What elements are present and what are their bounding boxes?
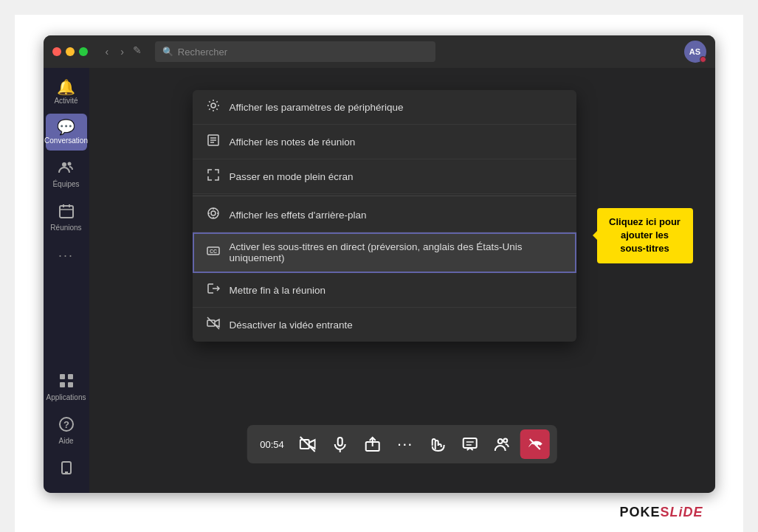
chat-toolbar-button[interactable] <box>455 429 485 459</box>
context-menu: Afficher les paramètres de périphérique <box>193 90 576 342</box>
minimize-button[interactable] <box>66 47 75 56</box>
menu-label-arriere-plan: Afficher les effets d'arrière-plan <box>230 210 367 221</box>
sidebar-item-activite[interactable]: 🔔 Activité <box>46 74 87 111</box>
svg-rect-7 <box>68 374 73 379</box>
brand-s: S <box>660 505 669 519</box>
notes-icon <box>206 134 221 150</box>
callout-text: Cliquez ici pour ajouter les sous-titres <box>609 216 681 254</box>
sidebar-item-equipes[interactable]: Équipes <box>46 153 87 194</box>
menu-item-plein-ecran[interactable]: Passer en mode plein écran <box>193 159 576 194</box>
traffic-lights <box>52 47 88 56</box>
svg-rect-32 <box>338 438 342 446</box>
svg-rect-36 <box>464 438 477 448</box>
svg-text:?: ? <box>63 419 69 430</box>
sidebar-item-conversation[interactable]: 💬 Conversation <box>46 114 87 151</box>
svg-rect-8 <box>60 382 65 387</box>
svg-point-19 <box>208 208 218 218</box>
participants-button[interactable] <box>488 429 517 459</box>
search-bar[interactable]: 🔍 Rechercher <box>155 41 435 62</box>
nav-back-button[interactable]: ‹ <box>101 44 114 59</box>
brand-footer: POKESLiDE <box>44 499 715 526</box>
menu-label-notes: Afficher les notes de réunion <box>230 137 356 148</box>
brand-name: POKESLiDE <box>619 505 703 520</box>
maximize-button[interactable] <box>79 47 88 56</box>
app-window: ‹ › ✎ 🔍 Rechercher AS 🔔 Activité <box>44 35 715 493</box>
calendar-icon <box>58 203 75 221</box>
menu-item-sous-titres[interactable]: CC Activer les sous-titres en direct (pr… <box>193 232 576 273</box>
outer-wrapper: ‹ › ✎ 🔍 Rechercher AS 🔔 Activité <box>15 15 743 532</box>
raise-hand-button[interactable] <box>423 429 452 459</box>
sidebar: 🔔 Activité 💬 Conversation <box>44 68 89 493</box>
fullscreen-icon <box>206 168 221 184</box>
teams-icon <box>58 159 75 178</box>
menu-label-sous-titres: Activer les sous-titres en direct (préve… <box>230 241 563 263</box>
menu-label-plein-ecran: Passer en mode plein écran <box>230 171 354 182</box>
menu-item-peripherique[interactable]: Afficher les paramètres de périphérique <box>193 90 576 125</box>
end-call-button[interactable] <box>520 429 550 459</box>
sidebar-item-reunions[interactable]: Réunions <box>46 197 87 238</box>
captions-icon: CC <box>206 244 221 260</box>
avatar-initials: AS <box>689 47 700 56</box>
nav-forward-button[interactable]: › <box>116 44 128 59</box>
svg-point-1 <box>67 162 71 166</box>
menu-label-peripherique: Afficher les paramètres de périphérique <box>230 102 404 113</box>
leave-icon <box>206 282 221 298</box>
menu-divider <box>193 196 576 196</box>
menu-item-fin-reunion[interactable]: Mettre fin à la réunion <box>193 273 576 308</box>
device-icon <box>58 460 75 478</box>
device-button[interactable] <box>46 454 87 484</box>
apps-icon <box>58 373 75 391</box>
video-toggle-button[interactable] <box>293 429 323 459</box>
title-bar: ‹ › ✎ 🔍 Rechercher AS <box>44 35 715 68</box>
mute-button[interactable] <box>325 429 355 459</box>
disable-video-icon <box>206 317 221 333</box>
sidebar-item-aide[interactable]: ? Aide <box>46 410 87 451</box>
sidebar-label-equipes: Équipes <box>52 180 79 188</box>
gear-icon <box>206 99 221 115</box>
call-timer: 00:54 <box>254 439 290 450</box>
menu-item-notes[interactable]: Afficher les notes de réunion <box>193 125 576 159</box>
svg-point-20 <box>211 211 216 215</box>
svg-text:CC: CC <box>210 249 217 254</box>
brand-poke: POKE <box>619 505 660 519</box>
svg-point-0 <box>62 162 66 167</box>
svg-rect-6 <box>60 374 65 379</box>
more-options-button[interactable]: ··· <box>51 241 81 271</box>
sidebar-item-applications[interactable]: Applications <box>46 367 87 407</box>
menu-item-desactiver-video[interactable]: Désactiver la vidéo entrante <box>193 308 576 342</box>
sidebar-label-reunions: Réunions <box>50 224 81 232</box>
chat-icon: 💬 <box>57 120 75 134</box>
help-icon: ? <box>58 416 75 435</box>
svg-rect-9 <box>68 382 73 387</box>
avatar-status-dot <box>700 56 706 63</box>
svg-point-14 <box>211 103 216 108</box>
svg-point-40 <box>503 439 507 443</box>
menu-label-fin-reunion: Mettre fin à la réunion <box>230 285 326 296</box>
sidebar-label-aide: Aide <box>58 437 73 445</box>
main-area: 🔔 Activité 💬 Conversation <box>44 68 715 493</box>
menu-label-desactiver-video: Désactiver la vidéo entrante <box>230 319 353 331</box>
sidebar-label-applications: Applications <box>46 393 86 401</box>
svg-line-29 <box>207 317 219 329</box>
brand-lide: LiDE <box>669 505 703 519</box>
sidebar-label-activite: Activité <box>54 97 77 105</box>
callout-tooltip: Cliquez ici pour ajouter les sous-titres <box>597 208 693 263</box>
call-toolbar: 00:54 <box>247 425 557 463</box>
more-options-toolbar-button[interactable]: ··· <box>390 429 420 459</box>
content-area: Afficher les paramètres de périphérique <box>89 68 715 493</box>
svg-rect-2 <box>60 206 73 218</box>
sidebar-label-conversation: Conversation <box>44 137 88 145</box>
search-icon: 🔍 <box>162 46 173 57</box>
nav-buttons: ‹ › ✎ <box>101 44 142 59</box>
svg-point-39 <box>498 439 503 443</box>
bell-icon: 🔔 <box>57 80 75 94</box>
menu-item-arriere-plan[interactable]: Afficher les effets d'arrière-plan <box>193 198 576 232</box>
close-button[interactable] <box>52 47 61 56</box>
effects-icon <box>206 207 221 223</box>
search-placeholder: Rechercher <box>178 46 227 58</box>
edit-button[interactable]: ✎ <box>133 44 142 59</box>
user-avatar[interactable]: AS <box>684 41 706 63</box>
share-button[interactable] <box>358 429 387 459</box>
